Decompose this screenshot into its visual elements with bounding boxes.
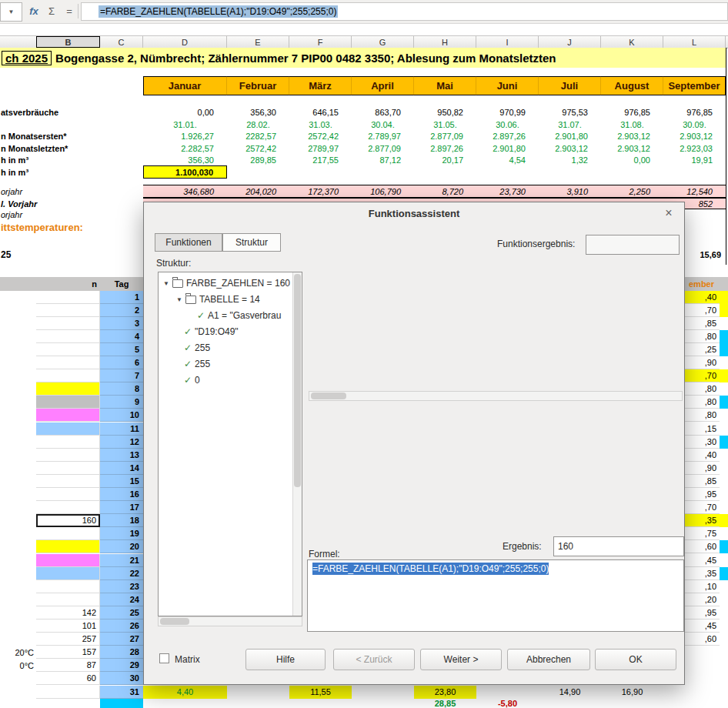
month-header-9[interactable]: September [663, 76, 726, 95]
b-column-cell[interactable] [36, 330, 100, 343]
sheet-cell[interactable]: 950,82 [414, 105, 476, 119]
month-header-3[interactable]: März [289, 76, 352, 95]
day-number-cell[interactable]: 7 [100, 369, 143, 382]
sheet-cell[interactable]: 0,00 [143, 105, 227, 119]
color-chip-cell[interactable] [720, 540, 728, 553]
tree-item[interactable]: ✓255 [184, 340, 210, 356]
sheet-cell[interactable]: 356,30 [143, 154, 227, 165]
argument-scrollbar[interactable] [309, 391, 683, 401]
tree-horizontal-scrollbar[interactable] [158, 616, 302, 626]
day-number-cell[interactable]: 15 [100, 475, 143, 488]
b-column-cell[interactable] [36, 317, 100, 330]
sheet-cell[interactable]: 2.897,26 [414, 142, 476, 154]
sheet-cell[interactable]: 106,790 [352, 185, 414, 198]
sheet-title-row[interactable]: ch 2025Bogengasse 2, Nümbrecht; Zählernu… [0, 48, 726, 68]
sheet-cell[interactable]: 646,15 [289, 105, 352, 119]
day-number-cell[interactable]: 14 [100, 462, 143, 475]
tab-struktur[interactable]: Struktur [222, 233, 281, 252]
day-number-cell[interactable]: 21 [100, 554, 143, 567]
sheet-cell[interactable]: 2,250 [601, 185, 663, 198]
sheet-cell[interactable]: 2.877,09 [352, 142, 414, 154]
sheet-cell[interactable]: 2.789,97 [352, 130, 414, 142]
day-number-cell[interactable]: 19 [100, 527, 143, 540]
sheet-cell[interactable]: 1.926,27 [143, 130, 227, 142]
expander-icon[interactable]: ▼ [163, 280, 169, 287]
color-chip-cell[interactable] [720, 514, 728, 527]
day-number-cell[interactable]: 27 [100, 633, 143, 646]
b-column-cell[interactable] [36, 554, 100, 567]
b-column-cell[interactable] [36, 593, 100, 606]
day-number-cell[interactable]: 12 [100, 436, 143, 449]
sheet-cell[interactable]: 217,55 [289, 154, 352, 165]
b-column-cell[interactable] [36, 382, 100, 396]
b-column-cell[interactable]: 142 [36, 606, 100, 620]
b-column-cell[interactable] [36, 343, 100, 356]
b-column-cell[interactable]: 157 [36, 646, 100, 659]
tree-item[interactable]: ✓0 [184, 372, 200, 388]
day-number-cell[interactable]: 28 [100, 646, 143, 659]
sheet-cell[interactable]: 19,91 [663, 154, 726, 165]
sheet-cell[interactable]: 2.923,03 [663, 142, 726, 154]
sheet-cell[interactable]: 2572,42 [289, 130, 352, 142]
back-button[interactable]: < Zurück [333, 649, 415, 670]
day-number-cell[interactable]: 16 [100, 488, 143, 501]
ok-button[interactable]: OK [595, 649, 676, 670]
summary-c-cell[interactable] [100, 699, 143, 708]
sheet-cell[interactable]: 31.03. [289, 119, 352, 130]
funktionsergebnis-field[interactable] [586, 235, 680, 255]
b-column-cell[interactable] [36, 475, 100, 488]
day-number-cell[interactable]: 18 [100, 514, 143, 527]
day-number-cell[interactable]: 24 [100, 593, 143, 606]
b-column-cell[interactable]: 60 [36, 672, 100, 685]
sheet-cell[interactable]: 2.903,12 [539, 142, 601, 154]
b-column-cell[interactable] [36, 369, 100, 382]
month-header-8[interactable]: August [601, 76, 663, 95]
sheet-cell[interactable]: 30.06. [476, 119, 539, 130]
close-icon[interactable]: × [661, 205, 676, 221]
day-number-cell[interactable]: 5 [100, 343, 143, 356]
b-column-cell[interactable] [36, 304, 100, 317]
b-column-cell[interactable] [36, 396, 100, 409]
sheet-cell[interactable]: 970,99 [476, 105, 539, 119]
tab-funktionen[interactable]: Funktionen [155, 233, 222, 252]
sheet-cell[interactable]: 20,17 [414, 154, 476, 165]
b-column-cell[interactable]: 257 [36, 633, 100, 646]
sheet-cell[interactable]: 2282,57 [227, 130, 289, 142]
sheet-cell[interactable]: 8,720 [414, 185, 476, 198]
month-header-1[interactable]: Januar [143, 76, 227, 95]
b-column-cell[interactable] [36, 291, 100, 304]
month-header-5[interactable]: Mai [414, 76, 476, 95]
b-column-cell[interactable]: 87 [36, 659, 100, 672]
month-header-4[interactable]: April [352, 76, 414, 95]
month-header-6[interactable]: Juni [476, 76, 539, 95]
b-column-cell[interactable] [36, 356, 100, 369]
day-number-cell[interactable]: 31 [100, 686, 143, 699]
summary-value-cell[interactable]: 28,85 [414, 699, 476, 708]
b-column-cell[interactable] [36, 488, 100, 501]
sheet-cell[interactable]: 31.01. [143, 119, 227, 130]
color-chip-cell[interactable] [720, 304, 728, 317]
b-column-cell[interactable] [36, 540, 100, 553]
b-column-cell[interactable] [36, 436, 100, 449]
tree-item[interactable]: ✓A1 = "Gasverbrau [197, 308, 281, 323]
sheet-cell[interactable]: 976,85 [601, 105, 663, 119]
sheet-cell[interactable]: 289,85 [227, 154, 289, 165]
b-column-cell[interactable] [36, 686, 100, 699]
row31-value-cell[interactable]: 4,40 [143, 686, 227, 699]
sheet-cell[interactable]: 23,730 [476, 185, 539, 198]
sheet-cell[interactable]: 31.08. [601, 119, 663, 130]
day-number-cell[interactable]: 20 [100, 540, 143, 553]
b-column-cell[interactable] [36, 409, 100, 422]
tree-item[interactable]: ✓255 [184, 356, 210, 372]
day-number-cell[interactable]: 1 [100, 291, 143, 304]
tree-item[interactable]: ▼FARBE_ZAEHLEN = 160 [163, 276, 290, 291]
sheet-cell[interactable]: 12,540 [663, 185, 726, 198]
color-chip-cell[interactable] [720, 291, 728, 304]
dialog-titlebar[interactable]: Funktionsassistent [144, 202, 684, 224]
scrollbar-thumb[interactable] [160, 618, 189, 625]
day-number-cell[interactable]: 29 [100, 659, 143, 672]
sheet-cell[interactable]: 28.02. [227, 119, 289, 130]
color-chip-cell[interactable] [720, 369, 728, 382]
day-number-cell[interactable]: 23 [100, 580, 143, 593]
matrix-checkbox[interactable] [159, 653, 169, 663]
